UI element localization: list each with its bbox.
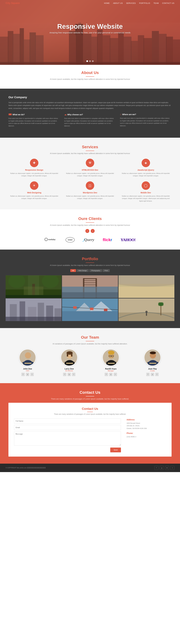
footer-text: © COPYRIGHT bbs.xenlo.com 某某某某某某某某某某某某 <box>6 467 46 469</box>
hero-dot-2[interactable] <box>89 60 91 62</box>
social-google-2[interactable]: g <box>68 373 71 376</box>
team-avatar-2 <box>61 349 78 366</box>
team-name-4: Joan Ray <box>133 368 172 370</box>
nav-home[interactable]: HOME <box>104 2 110 4</box>
company-desc: Sed ut perspiciatis unde omnis iste natu… <box>8 101 172 110</box>
team-role-1: CEO <box>8 370 47 372</box>
social-facebook-1[interactable]: f <box>21 373 25 376</box>
svg-point-29 <box>45 238 48 241</box>
contact-inner: Contact Us There are many variations of … <box>8 403 172 456</box>
clients-logos: workday intel 𝑗Query flickr YAHOO! <box>8 237 172 242</box>
svg-rect-69 <box>104 308 107 311</box>
social-facebook-3[interactable]: f <box>105 373 108 376</box>
social-twitter-4[interactable]: t <box>155 373 159 376</box>
portfolio-section: Portfolio At lorem Ipsum available, but … <box>0 250 180 328</box>
hero-dot-3[interactable] <box>92 60 94 62</box>
social-facebook-4[interactable]: f <box>146 373 150 376</box>
service-desc-1: Nullam ac ullamcorper sapien, non gravid… <box>8 172 60 177</box>
about-header: About Us At lorem Ipsum available, but t… <box>6 70 174 80</box>
about-title: About Us <box>6 70 174 75</box>
svg-rect-28 <box>0 62 180 65</box>
svg-rect-83 <box>24 363 31 364</box>
about-subtitle: At lorem Ipsum available, but the majori… <box>6 78 174 80</box>
contact-name-input[interactable] <box>14 418 121 424</box>
hero-dot-1[interactable] <box>86 60 88 62</box>
svg-rect-5 <box>23 40 30 65</box>
service-title-1: Responsive Design <box>8 169 60 171</box>
portfolio-item-5[interactable] <box>62 298 118 321</box>
filter-photography[interactable]: Photography <box>89 269 102 272</box>
clients-next[interactable]: › <box>91 229 95 233</box>
portfolio-item-3[interactable] <box>119 275 174 298</box>
nav-portfolio[interactable]: PORTFOLIO <box>139 2 150 4</box>
svg-rect-98 <box>106 362 116 366</box>
svg-rect-38 <box>6 295 61 298</box>
footer-facebook-icon[interactable]: f <box>154 466 158 470</box>
portfolio-subtitle: At lorem Ipsum available, but the majori… <box>6 264 174 266</box>
portfolio-item-6[interactable] <box>119 298 174 321</box>
contact-body: Send Address: 1604 Burwell Street 109 El… <box>14 418 166 452</box>
social-google-1[interactable]: g <box>26 373 29 376</box>
svg-rect-89 <box>67 352 68 356</box>
phone-number: (216) 49382 2 <box>127 436 166 438</box>
team-member-4: Joan Ray Creativ f g t <box>133 349 172 376</box>
social-twitter-3[interactable]: t <box>114 373 117 376</box>
svg-rect-25 <box>159 34 167 65</box>
service-item-2: ⚒ HTML5/CSS3 Dev Nullam ac ullamcorper s… <box>64 159 116 177</box>
team-subtitle: At variations of passages of Lorem Ipsum… <box>8 343 172 345</box>
responsive-icon: ✚ <box>33 161 35 165</box>
svg-point-99 <box>108 350 114 354</box>
contact-message-input[interactable] <box>14 432 121 446</box>
svg-rect-46 <box>84 284 96 285</box>
social-google-3[interactable]: g <box>109 373 112 376</box>
site-logo[interactable]: City Square <box>6 2 20 5</box>
portfolio-img-4-svg <box>6 298 61 321</box>
portfolio-item-1[interactable] <box>6 275 61 298</box>
portfolio-title: Portfolio <box>6 256 174 261</box>
filter-all[interactable]: All <box>70 269 76 272</box>
team-title: Our Team <box>8 335 172 340</box>
svg-rect-107 <box>149 363 156 364</box>
team-role-4: Creativ <box>133 370 172 372</box>
services-section: Services At lorem Ipsum available, but t… <box>0 138 180 210</box>
footer-google-icon[interactable]: g <box>160 466 164 470</box>
footer-linkedin-icon[interactable]: in <box>165 466 169 470</box>
svg-rect-22 <box>138 35 144 65</box>
service-icon-wrap-1: ✚ <box>30 159 38 167</box>
contact-email-input[interactable] <box>14 425 121 430</box>
service-item-5: ◫ Wordpress Dev Nullam ac ullamcorper sa… <box>64 181 116 202</box>
clients-prev[interactable]: ‹ <box>85 229 89 233</box>
svg-rect-14 <box>83 34 91 65</box>
filter-webdesign[interactable]: Web Design <box>77 269 89 272</box>
svg-point-53 <box>119 275 174 287</box>
filter-print[interactable]: Print <box>103 269 110 272</box>
svg-point-108 <box>150 352 156 354</box>
contact-send-button[interactable]: Send <box>110 448 121 452</box>
social-facebook-2[interactable]: f <box>63 373 66 376</box>
social-twitter-2[interactable]: t <box>72 373 75 376</box>
social-google-4[interactable]: g <box>151 373 154 376</box>
team-divider <box>86 341 94 341</box>
services-divider <box>86 151 94 151</box>
nav-services[interactable]: SERVICES <box>126 2 136 4</box>
team-avatar-svg-4 <box>144 350 161 366</box>
hero-content: Responsive Website Amazing free responsi… <box>50 22 130 34</box>
hero-dots <box>86 60 94 62</box>
team-avatar-3 <box>102 349 119 366</box>
nav-contact[interactable]: CONTACT US <box>162 2 174 4</box>
team-role-2: Art Director <box>50 370 88 372</box>
col2-title: ☁ Why choose us? <box>64 113 116 116</box>
nav-team[interactable]: TEAM <box>154 2 159 4</box>
team-member-1: John Doe CEO f g t <box>8 349 47 376</box>
svg-rect-91 <box>66 363 73 364</box>
footer-twitter-icon[interactable]: t <box>171 466 174 470</box>
service-desc-4: Nullam ac ullamcorper sapien, non gravid… <box>8 195 60 200</box>
service-icon-wrap-6: ◯ <box>142 181 150 190</box>
svg-rect-63 <box>62 311 118 321</box>
portfolio-grid <box>6 275 174 321</box>
team-avatar-svg-1 <box>19 350 36 366</box>
social-twitter-1[interactable]: t <box>30 373 34 376</box>
portfolio-item-4[interactable] <box>6 298 61 321</box>
portfolio-item-2[interactable] <box>62 275 118 298</box>
nav-about[interactable]: ABOUT US <box>113 2 123 4</box>
